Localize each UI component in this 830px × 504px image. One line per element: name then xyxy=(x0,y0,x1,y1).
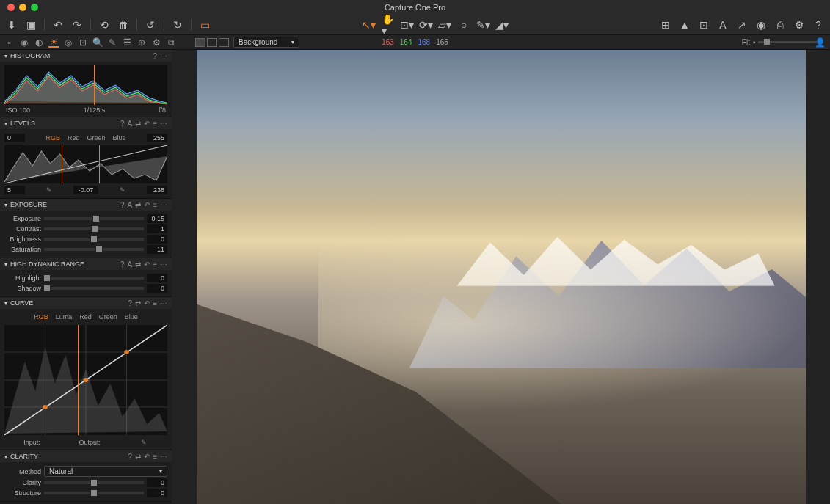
output-tab-icon[interactable]: ⊕ xyxy=(136,37,147,48)
lens-tab-icon[interactable]: ◎ xyxy=(63,37,73,48)
exposure-slider-3[interactable] xyxy=(44,248,144,251)
close-window-button[interactable] xyxy=(7,4,15,11)
adjustments-tab-icon[interactable]: ✎ xyxy=(107,37,117,48)
exposure-value-0[interactable]: 0.15 xyxy=(147,214,167,223)
exposure-slider-0[interactable] xyxy=(44,217,144,220)
preset-icon[interactable]: ≡ xyxy=(153,453,157,461)
help-icon[interactable]: ? xyxy=(153,52,157,60)
reset-icon[interactable]: ↶ xyxy=(144,260,150,269)
straighten-tool-icon[interactable]: ⟳▾ xyxy=(420,19,432,31)
keystone-tool-icon[interactable]: ▱▾ xyxy=(439,19,451,31)
rotate-left-icon[interactable]: ↺ xyxy=(145,19,156,31)
exposure-value-2[interactable]: 0 xyxy=(147,235,167,244)
tab-green[interactable]: Green xyxy=(87,134,106,142)
reset-icon[interactable]: ↶ xyxy=(144,201,150,209)
help-icon[interactable]: ? xyxy=(120,120,125,128)
auto-icon[interactable]: A xyxy=(127,260,132,269)
hdr-value-0[interactable]: 0 xyxy=(147,274,167,282)
more-icon[interactable]: ⋯ xyxy=(160,201,167,209)
more-icon[interactable]: ⋯ xyxy=(160,453,167,461)
eraser-tool-icon[interactable]: ◢▾ xyxy=(496,19,508,31)
copy-icon[interactable]: ⇄ xyxy=(135,299,141,307)
capture-tab-icon[interactable]: ◉ xyxy=(19,37,29,48)
variant-select[interactable]: Background▾ xyxy=(233,37,299,48)
levels-in-low[interactable]: 0 xyxy=(4,134,25,142)
rotate-right-icon[interactable]: ↻ xyxy=(172,19,183,31)
copy-icon[interactable]: ⇄ xyxy=(135,260,141,269)
clarity-value-0[interactable]: 0 xyxy=(147,478,167,487)
tab-green[interactable]: Green xyxy=(99,313,117,321)
auto-icon[interactable]: A xyxy=(127,201,132,209)
metadata-tab-icon[interactable]: ☰ xyxy=(122,37,132,48)
highlight-picker-icon[interactable]: ✎ xyxy=(118,186,127,194)
import-icon[interactable]: ⬇ xyxy=(6,19,18,31)
quick-tab-icon[interactable]: ⧉ xyxy=(166,37,176,48)
help-icon[interactable]: ? xyxy=(128,453,133,461)
help-icon[interactable]: ? xyxy=(120,201,125,209)
annotation-icon[interactable]: A xyxy=(717,19,729,31)
levels-in-high[interactable]: 255 xyxy=(147,134,167,142)
minimize-window-button[interactable] xyxy=(19,4,26,11)
crop-tab-icon[interactable]: ⊡ xyxy=(78,37,88,48)
more-icon[interactable]: ⋯ xyxy=(160,120,167,128)
view-mode-full-icon[interactable] xyxy=(219,38,229,47)
collapse-icon[interactable]: ▾ xyxy=(4,53,7,59)
curve-editor[interactable] xyxy=(4,325,167,435)
reset-icon[interactable]: ↶ xyxy=(144,120,150,128)
tab-luma[interactable]: Luma xyxy=(56,313,73,321)
redo-icon[interactable]: ↷ xyxy=(71,19,83,31)
tab-rgb[interactable]: RGB xyxy=(34,313,48,321)
exposure-tab-icon[interactable]: ☀ xyxy=(48,37,59,48)
help-icon[interactable]: ? xyxy=(128,299,133,307)
exposure-slider-2[interactable] xyxy=(44,238,144,241)
levels-gamma[interactable]: -0.07 xyxy=(73,186,98,194)
view-mode-browser-icon[interactable] xyxy=(195,38,205,47)
tab-red[interactable]: Red xyxy=(68,134,80,142)
help-icon[interactable]: ? xyxy=(120,260,125,269)
auto-icon[interactable]: A xyxy=(127,120,132,128)
hand-tool-icon[interactable]: ✋▾ xyxy=(382,19,393,31)
print-icon[interactable]: ⎙ xyxy=(774,19,786,31)
more-icon[interactable]: ⋯ xyxy=(160,299,167,307)
mask-tool-icon[interactable]: ✎▾ xyxy=(477,19,489,31)
spot-tool-icon[interactable]: ○ xyxy=(458,19,470,31)
tab-blue[interactable]: Blue xyxy=(113,134,126,142)
delete-icon[interactable]: 🗑 xyxy=(117,19,129,31)
preset-icon[interactable]: ≡ xyxy=(153,260,157,269)
tab-rgb[interactable]: RGB xyxy=(45,134,60,142)
reset-icon[interactable]: ⟲ xyxy=(98,19,110,31)
user-icon[interactable]: 👤 xyxy=(815,37,826,48)
more-icon[interactable]: ⋯ xyxy=(160,260,167,269)
levels-out-low[interactable]: 5 xyxy=(4,186,25,194)
copy-icon[interactable]: ⇄ xyxy=(135,120,141,128)
clarity-method-select[interactable]: Natural▾ xyxy=(44,466,167,477)
grid-icon[interactable]: ⊞ xyxy=(660,19,671,31)
details-tab-icon[interactable]: 🔍 xyxy=(92,37,103,48)
clarity-slider-0[interactable] xyxy=(44,481,144,484)
cursor-tool-icon[interactable]: ↖▾ xyxy=(363,19,374,31)
view-mode-viewer-icon[interactable] xyxy=(207,38,217,47)
exposure-slider-1[interactable] xyxy=(44,227,144,230)
hdr-value-1[interactable]: 0 xyxy=(147,284,167,293)
preferences-icon[interactable]: ⚙ xyxy=(793,19,805,31)
preset-icon[interactable]: ≡ xyxy=(153,201,157,209)
focus-mask-icon[interactable]: ⊡ xyxy=(698,19,710,31)
image-viewer[interactable] xyxy=(172,50,830,504)
hdr-slider-1[interactable] xyxy=(44,287,144,290)
zoom-out-icon[interactable]: ▪ xyxy=(753,38,756,46)
color-tab-icon[interactable]: ◐ xyxy=(34,37,44,48)
undo-icon[interactable]: ↶ xyxy=(52,19,64,31)
exposure-value-3[interactable]: 11 xyxy=(147,245,167,254)
collapse-icon[interactable]: ▾ xyxy=(4,202,7,208)
help-icon[interactable]: ? xyxy=(812,19,824,31)
capture-icon[interactable]: ▣ xyxy=(25,19,37,31)
copy-icon[interactable]: ⇄ xyxy=(135,453,141,461)
process-icon[interactable]: ▭ xyxy=(199,19,211,31)
zoom-window-button[interactable] xyxy=(31,4,38,11)
reset-icon[interactable]: ↶ xyxy=(144,453,150,461)
collapse-icon[interactable]: ▾ xyxy=(4,300,7,307)
levels-out-high[interactable]: 238 xyxy=(147,186,167,194)
before-after-icon[interactable]: ↗ xyxy=(736,19,748,31)
fit-button[interactable]: Fit xyxy=(742,38,750,46)
tab-red[interactable]: Red xyxy=(79,313,92,321)
